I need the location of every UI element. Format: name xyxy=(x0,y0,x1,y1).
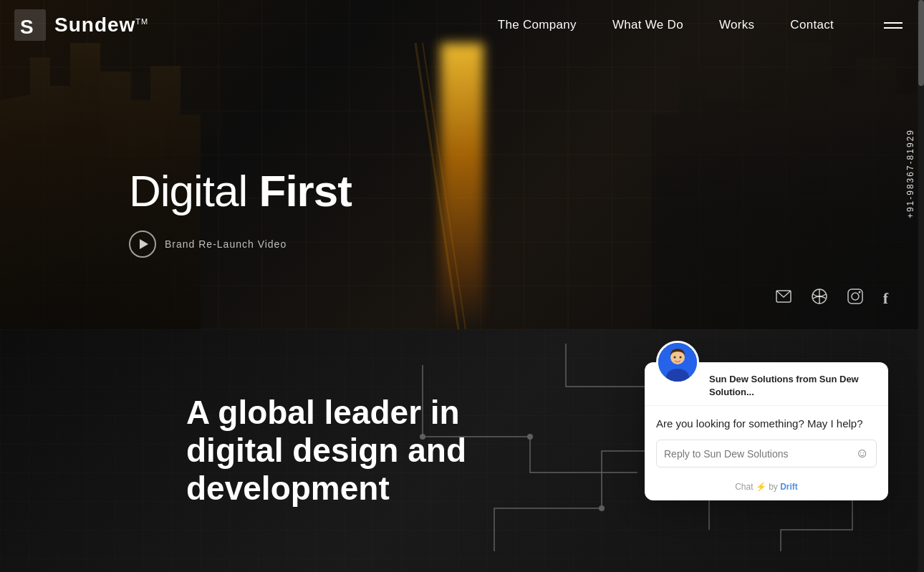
svg-rect-2 xyxy=(107,72,165,157)
facebook-icon[interactable]: f xyxy=(883,289,888,308)
chat-footer: Chat ⚡ by Drift xyxy=(645,476,888,500)
bottom-title: A global leader in digital design and de… xyxy=(186,394,466,508)
drift-link[interactable]: Drift xyxy=(780,482,798,492)
site-header: S SundewTM The Company What We Do Works … xyxy=(0,0,924,50)
instagram-icon[interactable] xyxy=(847,289,863,308)
svg-rect-6 xyxy=(752,72,817,186)
hamburger-menu[interactable] xyxy=(884,22,903,29)
svg-rect-4 xyxy=(179,64,222,136)
nav-what-we-do[interactable]: What We Do xyxy=(612,18,683,32)
bottom-text: A global leader in digital design and de… xyxy=(0,394,466,508)
svg-point-24 xyxy=(680,357,682,359)
logo-text: SundewTM xyxy=(54,14,148,37)
video-label: Brand Re-Launch Video xyxy=(165,238,287,250)
email-icon[interactable] xyxy=(776,290,791,306)
main-nav: The Company What We Do Works Contact xyxy=(498,18,903,32)
svg-point-12 xyxy=(852,293,859,300)
chat-input[interactable] xyxy=(664,448,850,460)
play-triangle xyxy=(140,239,148,249)
svg-rect-7 xyxy=(824,50,867,193)
phone-number: +91-98367-81929 xyxy=(905,129,915,218)
svg-text:S: S xyxy=(20,16,34,38)
logo-icon: S xyxy=(14,9,46,41)
chat-widget: Sun Dew Solutions from Sun Dew Solution.… xyxy=(645,362,888,500)
hamburger-line-1 xyxy=(884,22,903,24)
svg-rect-3 xyxy=(64,57,100,186)
svg-point-23 xyxy=(674,357,676,359)
chat-body: Are you looking for something? May I hel… xyxy=(645,406,888,476)
nav-contact[interactable]: Contact xyxy=(790,18,834,32)
video-button[interactable]: Brand Re-Launch Video xyxy=(129,231,352,258)
scrollbar[interactable] xyxy=(918,0,924,572)
nav-works[interactable]: Works xyxy=(719,18,754,32)
chat-message: Are you looking for something? May I hel… xyxy=(656,417,877,430)
chat-avatar xyxy=(656,341,699,384)
emoji-button[interactable]: ☺ xyxy=(856,446,869,461)
hero-content: Digital First Brand Re-Launch Video xyxy=(129,165,352,258)
svg-line-1 xyxy=(423,43,466,329)
play-icon[interactable] xyxy=(129,231,156,258)
svg-rect-5 xyxy=(680,57,731,157)
dribbble-icon[interactable] xyxy=(812,289,827,308)
svg-point-13 xyxy=(858,291,860,294)
hero-title: Digital First xyxy=(129,165,352,216)
social-icons: f xyxy=(776,289,888,308)
avatar-svg xyxy=(658,343,697,382)
chat-agent-name: Sun Dew Solutions from Sun Dew Solution.… xyxy=(709,374,859,397)
svg-point-16 xyxy=(527,434,533,440)
svg-line-0 xyxy=(415,43,458,329)
nav-the-company[interactable]: The Company xyxy=(498,18,577,32)
svg-point-19 xyxy=(599,505,605,511)
hamburger-line-2 xyxy=(884,27,903,29)
logo-area[interactable]: S SundewTM xyxy=(14,9,148,41)
chat-input-row[interactable]: ☺ xyxy=(656,440,877,467)
